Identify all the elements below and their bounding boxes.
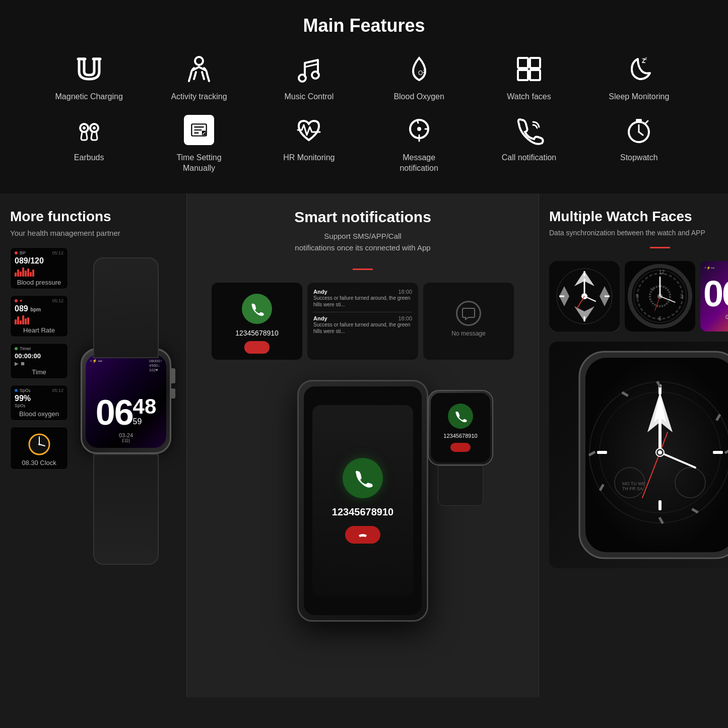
watch-faces-subtitle: Data synchronization between the watch a… xyxy=(549,229,728,237)
red-divider-watch xyxy=(650,247,670,248)
call-icon-green xyxy=(242,294,272,324)
message-icon xyxy=(402,112,437,148)
features-grid: Magnetic Charging Activity tracking xyxy=(37,51,692,173)
watch-face-large: MO TU WE TH FR SA xyxy=(549,342,728,568)
health-clock: 08.30 Clock xyxy=(10,427,68,470)
smart-notifications-title: Smart notifications xyxy=(202,209,523,226)
main-features-title: Main Features xyxy=(20,15,708,36)
phone-call-green xyxy=(343,458,383,498)
svg-rect-10 xyxy=(518,70,528,80)
svg-rect-80 xyxy=(597,451,607,454)
svg-point-99 xyxy=(658,450,662,454)
svg-point-3 xyxy=(299,75,306,82)
bubble-icon xyxy=(456,301,481,326)
feature-blood-oxygen: O 2 Blood Oxygen xyxy=(366,51,471,102)
more-functions-section: More functions Your health management pa… xyxy=(0,193,186,697)
decline-button xyxy=(244,341,270,354)
health-heart-rate: ♥ 05:12 089 bpm Heart Rate xyxy=(10,295,68,337)
svg-text:6: 6 xyxy=(658,316,661,321)
more-functions-subtitle: Your health management partner xyxy=(10,229,176,237)
svg-text:48: 48 xyxy=(650,287,654,291)
watch-faces-title: Multiple Watch Faces xyxy=(549,209,728,225)
feature-watch-faces: Watch faces xyxy=(477,51,581,102)
health-blood-oxygen: SpO₂ 05:12 99% SpO₂ Blood oxygen xyxy=(10,385,68,421)
watch-notification-screen: 12345678910 xyxy=(428,390,493,466)
phone-decline xyxy=(345,526,380,544)
message-item-2: Andy 18:00 Success or failure turned aro… xyxy=(313,315,412,335)
svg-point-2 xyxy=(195,57,203,65)
svg-text:06: 06 xyxy=(703,274,728,314)
watch-face-thumb-2: 12 3 6 9 48 xyxy=(625,261,695,332)
magnetic-charging-label: Magnetic Charging xyxy=(55,92,123,102)
time-setting-label: Time SettingManually xyxy=(176,153,221,174)
watch-day: FRI xyxy=(90,438,162,444)
svg-point-39 xyxy=(38,443,40,445)
health-blood-pressure: BP 05:12 089/120 Blood pressure xyxy=(10,247,68,289)
magnet-icon xyxy=(72,51,107,87)
feature-message-notification: Messagenotification xyxy=(366,112,471,174)
watch-faces-section: Multiple Watch Faces Data synchronizatio… xyxy=(539,193,728,697)
svg-line-34 xyxy=(646,121,648,123)
watch-call-number: 12345678910 xyxy=(443,433,477,439)
activity-tracking-label: Activity tracking xyxy=(171,92,227,102)
svg-text:TH FR SA: TH FR SA xyxy=(622,486,643,491)
red-divider-top xyxy=(353,269,373,270)
call-icon xyxy=(511,112,547,148)
stopwatch-label: Stopwatch xyxy=(620,153,658,163)
watch-face-thumb-1 xyxy=(549,261,620,332)
svg-text:O: O xyxy=(418,70,423,77)
svg-point-26 xyxy=(417,127,421,131)
svg-rect-9 xyxy=(530,58,540,68)
feature-time-setting: Time SettingManually xyxy=(147,112,251,174)
feature-activity-tracking: Activity tracking xyxy=(147,51,251,102)
blood-oxygen-icon: O 2 xyxy=(402,51,437,87)
blood-oxygen-label: Blood Oxygen xyxy=(393,92,444,102)
music-control-label: Music Control xyxy=(284,92,334,102)
watch-date: 03-24 xyxy=(90,432,162,438)
hr-monitoring-label: HR Monitoring xyxy=(283,153,335,163)
svg-text:2: 2 xyxy=(423,69,425,74)
watch-faces-icon xyxy=(511,51,547,87)
hr-label: Heart Rate xyxy=(15,326,63,334)
svg-point-17 xyxy=(93,126,96,129)
svg-line-32 xyxy=(639,132,643,135)
svg-text:MO TU WE: MO TU WE xyxy=(622,481,645,486)
activity-icon xyxy=(181,51,217,87)
earbuds-icon xyxy=(72,112,107,148)
call-number: 12345678910 xyxy=(218,329,296,337)
bp-label: Blood pressure xyxy=(15,279,63,286)
feature-earbuds: Earbuds xyxy=(37,112,142,174)
svg-line-27 xyxy=(417,120,418,123)
message-notification-label: Messagenotification xyxy=(400,153,438,174)
svg-rect-81 xyxy=(713,451,723,454)
svg-line-5 xyxy=(305,64,318,67)
health-time: Timer 00:00:00 ▶ ⏹ Time xyxy=(10,343,68,379)
svg-point-4 xyxy=(312,72,319,79)
svg-text:3: 3 xyxy=(680,294,683,299)
music-icon xyxy=(291,51,326,87)
svg-text:03-24: 03-24 xyxy=(725,314,728,320)
sleep-monitoring-label: Sleep Monitoring xyxy=(609,92,669,102)
more-functions-title: More functions xyxy=(10,209,176,225)
svg-point-16 xyxy=(83,126,86,129)
svg-rect-33 xyxy=(636,119,642,122)
watch-face-thumb-3: +⚡▪▪▪ 08000↑ 4560↓ 102♥ 06 48 59 03-24 F… xyxy=(700,261,728,332)
feature-call-notification: Call notification xyxy=(477,112,581,174)
no-message-screen: No message xyxy=(423,283,514,360)
feature-hr-monitoring: HR Monitoring xyxy=(256,112,361,174)
messages-screen: Andy 18:00 Success or failure turned aro… xyxy=(307,283,418,360)
sleep-icon: Z z xyxy=(621,51,656,87)
clock-label: 08.30 Clock xyxy=(15,459,63,467)
feature-sleep-monitoring: Z z Sleep Monitoring xyxy=(586,51,691,102)
feature-stopwatch: Stopwatch xyxy=(586,112,691,174)
svg-rect-11 xyxy=(530,70,540,80)
svg-text:12: 12 xyxy=(659,270,665,275)
svg-text:+⚡▪▪▪: +⚡▪▪▪ xyxy=(704,266,715,270)
notification-screens: 12345678910 Andy 18:00 Success or failur… xyxy=(202,283,523,360)
call-screen: 12345678910 xyxy=(212,283,302,360)
main-features-section: Main Features Magnetic Charging xyxy=(0,0,728,193)
time-label: Time xyxy=(15,368,63,376)
svg-rect-8 xyxy=(518,58,528,68)
smart-notifications-subtitle: Support SMS/APP/Callnotifications once i… xyxy=(202,231,523,253)
bottom-section: More functions Your health management pa… xyxy=(0,193,728,697)
